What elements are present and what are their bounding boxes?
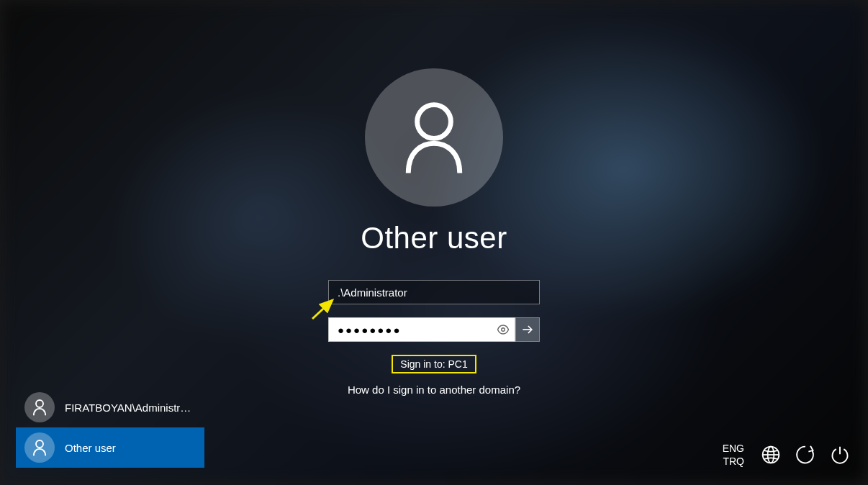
power-icon[interactable] xyxy=(829,444,851,466)
password-reveal-icon[interactable] xyxy=(495,322,511,337)
user-item-domain-admin[interactable]: FIRATBOYAN\Administrat... xyxy=(16,387,204,427)
lang-line1: ENG xyxy=(723,442,744,455)
user-avatar-small-icon xyxy=(24,392,55,422)
user-item-label: FIRATBOYAN\Administrat... xyxy=(65,402,196,414)
sign-in-to-label: Sign in to: PC1 xyxy=(392,355,476,373)
user-avatar-small-icon xyxy=(24,432,55,463)
username-input[interactable] xyxy=(328,280,540,304)
user-switcher-list: FIRATBOYAN\Administrat... Other user xyxy=(16,387,204,468)
user-avatar-icon xyxy=(365,68,503,207)
submit-arrow-button[interactable] xyxy=(515,317,540,342)
password-input[interactable] xyxy=(328,317,515,342)
svg-point-6 xyxy=(36,440,43,448)
network-icon[interactable] xyxy=(760,444,782,466)
login-title: Other user xyxy=(361,221,507,255)
svg-point-0 xyxy=(417,105,451,139)
svg-point-5 xyxy=(36,400,43,407)
user-item-label: Other user xyxy=(65,442,116,454)
password-row xyxy=(328,317,540,342)
system-tray: ENG TRQ xyxy=(723,442,851,468)
svg-point-1 xyxy=(502,328,505,332)
user-item-other-user[interactable]: Other user xyxy=(16,427,204,468)
login-panel: Other user Sign in to: PC1 How do I sign… xyxy=(328,68,540,396)
ease-of-access-icon[interactable] xyxy=(795,444,816,466)
language-indicator[interactable]: ENG TRQ xyxy=(723,442,744,468)
username-row xyxy=(328,280,540,304)
lang-line2: TRQ xyxy=(723,455,744,468)
other-domain-link[interactable]: How do I sign in to another domain? xyxy=(348,384,520,396)
